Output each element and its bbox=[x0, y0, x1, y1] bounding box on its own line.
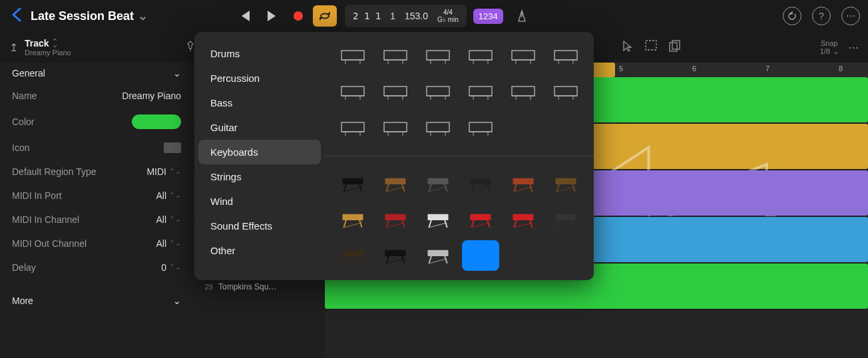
synth-module-icon[interactable] bbox=[419, 77, 457, 108]
hammond-color-icon[interactable] bbox=[547, 168, 584, 199]
inspector-row-midi-out-channel[interactable]: MIDI Out Channel All⌃⌄ bbox=[0, 232, 193, 256]
upright-piano-color-icon[interactable] bbox=[377, 168, 414, 199]
track-info-subtitle: Dreamy Piano bbox=[25, 49, 71, 57]
snap-control[interactable]: Snap 1/8 ⌄ bbox=[820, 39, 839, 56]
svg-line-89 bbox=[556, 184, 559, 192]
duplicate-tool-icon[interactable] bbox=[668, 39, 682, 55]
svg-line-103 bbox=[429, 223, 447, 228]
stage-piano-color-icon[interactable] bbox=[462, 168, 499, 199]
svg-line-99 bbox=[386, 223, 404, 228]
rhodes-color-icon[interactable] bbox=[419, 204, 457, 235]
inspector-row-color[interactable]: Color bbox=[0, 108, 193, 136]
svg-line-75 bbox=[386, 187, 404, 192]
svg-line-94 bbox=[359, 220, 362, 228]
svg-rect-84 bbox=[513, 178, 533, 184]
svg-rect-8 bbox=[384, 51, 407, 60]
category-item-drums[interactable]: Drums bbox=[198, 41, 321, 66]
track-info-title: Track bbox=[25, 38, 49, 49]
ruler-marker: 7 bbox=[765, 65, 769, 73]
svg-line-98 bbox=[402, 220, 405, 228]
view-menu-button[interactable]: ⋯ bbox=[848, 41, 859, 54]
category-item-wind[interactable]: Wind bbox=[198, 189, 321, 214]
svg-rect-3 bbox=[672, 41, 680, 49]
svg-line-79 bbox=[429, 187, 447, 192]
electric-piano-color-icon[interactable] bbox=[419, 168, 457, 199]
pipe-organ-color-icon[interactable] bbox=[334, 204, 371, 235]
undo-button[interactable] bbox=[783, 7, 801, 25]
category-item-other[interactable]: Other bbox=[198, 238, 321, 263]
grand-piano-icon[interactable] bbox=[334, 41, 371, 72]
keyboard-stand-icon[interactable] bbox=[334, 77, 371, 108]
pointer-tool-icon[interactable] bbox=[622, 39, 634, 55]
sound-module-icon[interactable] bbox=[547, 77, 584, 108]
svg-rect-20 bbox=[512, 51, 535, 60]
project-title[interactable]: Late Session Beat ⌄ bbox=[31, 9, 148, 23]
inspector-row-name[interactable]: Name Dreamy Piano bbox=[0, 84, 193, 108]
metronome-button[interactable] bbox=[510, 5, 534, 27]
svg-line-125 bbox=[429, 256, 431, 264]
svg-line-78 bbox=[445, 184, 447, 192]
cycle-button[interactable] bbox=[313, 5, 337, 27]
grand-piano-color-icon[interactable] bbox=[334, 168, 371, 199]
pipe-organ-icon[interactable] bbox=[505, 41, 542, 72]
category-item-keyboards[interactable]: Keyboards bbox=[198, 140, 321, 164]
combo-organ-icon[interactable] bbox=[547, 41, 584, 72]
svg-rect-44 bbox=[512, 87, 535, 96]
help-button[interactable]: ? bbox=[812, 7, 831, 25]
category-item-sound-effects[interactable]: Sound Effects bbox=[198, 214, 321, 238]
wave-pad-icon[interactable] bbox=[419, 113, 457, 144]
svg-line-118 bbox=[359, 256, 362, 264]
svg-line-91 bbox=[556, 187, 574, 192]
synth-black-color-icon[interactable] bbox=[377, 240, 414, 271]
lcd-display[interactable]: 2 1 1 1 153.0 4/4 G♭ min bbox=[345, 5, 467, 27]
inspector-section-general[interactable]: General ⌄ bbox=[0, 63, 193, 84]
inspector-section-more[interactable]: More ⌄ bbox=[0, 290, 193, 311]
synth-stand-icon[interactable] bbox=[377, 77, 414, 108]
keys-split-icon[interactable] bbox=[462, 113, 499, 144]
category-item-strings[interactable]: Strings bbox=[198, 164, 321, 189]
track-icon-thumbnail[interactable] bbox=[164, 142, 181, 153]
go-to-start-button[interactable] bbox=[233, 5, 257, 27]
record-button[interactable] bbox=[286, 5, 310, 27]
category-item-guitar[interactable]: Guitar bbox=[198, 115, 321, 140]
workstation-color-icon[interactable] bbox=[547, 204, 584, 235]
moog-color-icon[interactable] bbox=[334, 240, 371, 271]
track-header-control[interactable]: ↥ Track ⌃⌄ Dreamy Piano bbox=[9, 38, 196, 57]
category-item-bass[interactable]: Bass bbox=[198, 90, 321, 115]
workstation-icon[interactable] bbox=[377, 113, 414, 144]
play-button[interactable] bbox=[260, 5, 284, 27]
svg-rect-108 bbox=[513, 214, 533, 220]
inspector-row-icon[interactable]: Icon bbox=[0, 136, 193, 160]
track-name: Tompkins Squ… bbox=[218, 282, 318, 291]
svg-line-107 bbox=[471, 223, 489, 228]
svg-line-130 bbox=[487, 256, 490, 264]
inspector-row-midi-in-channel[interactable]: MIDI In Channel All⌃⌄ bbox=[0, 208, 193, 232]
svg-rect-76 bbox=[427, 178, 448, 184]
keyboard-stand-blue-icon[interactable] bbox=[462, 240, 499, 271]
mixer-sliders-icon[interactable] bbox=[462, 77, 499, 108]
module-grey-color-icon[interactable] bbox=[419, 240, 457, 271]
rack-module-icon[interactable] bbox=[334, 113, 371, 144]
inspector-row-midi-in-port[interactable]: MIDI In Port All⌃⌄ bbox=[0, 184, 193, 208]
inspector-row-delay[interactable]: Delay 0⌃⌄ bbox=[0, 256, 193, 279]
divider bbox=[325, 156, 594, 156]
upright-piano-icon[interactable] bbox=[377, 41, 414, 72]
combo-organ-color-icon[interactable] bbox=[505, 168, 542, 199]
svg-rect-24 bbox=[554, 51, 577, 60]
back-button[interactable] bbox=[8, 5, 25, 27]
nord-color-icon[interactable] bbox=[462, 204, 499, 235]
accordion-color-icon[interactable] bbox=[377, 204, 414, 235]
chevron-down-icon: ⌄ bbox=[173, 68, 181, 79]
inspector-row-region-type[interactable]: Default Region Type MIDI⌃⌄ bbox=[0, 160, 193, 184]
category-item-percussion[interactable]: Percussion bbox=[198, 66, 321, 90]
color-swatch[interactable] bbox=[132, 114, 181, 129]
count-in-button[interactable]: 1234 bbox=[473, 9, 503, 24]
marquee-tool-icon[interactable] bbox=[644, 39, 658, 55]
stage-piano-icon[interactable] bbox=[462, 41, 499, 72]
electric-piano-icon[interactable] bbox=[419, 41, 457, 72]
more-menu-button[interactable]: ⋯ bbox=[841, 7, 860, 25]
rack-synth-icon[interactable] bbox=[505, 77, 542, 108]
nord-stand-color-icon[interactable] bbox=[505, 204, 542, 235]
svg-line-71 bbox=[343, 187, 361, 192]
svg-line-102 bbox=[445, 220, 447, 228]
